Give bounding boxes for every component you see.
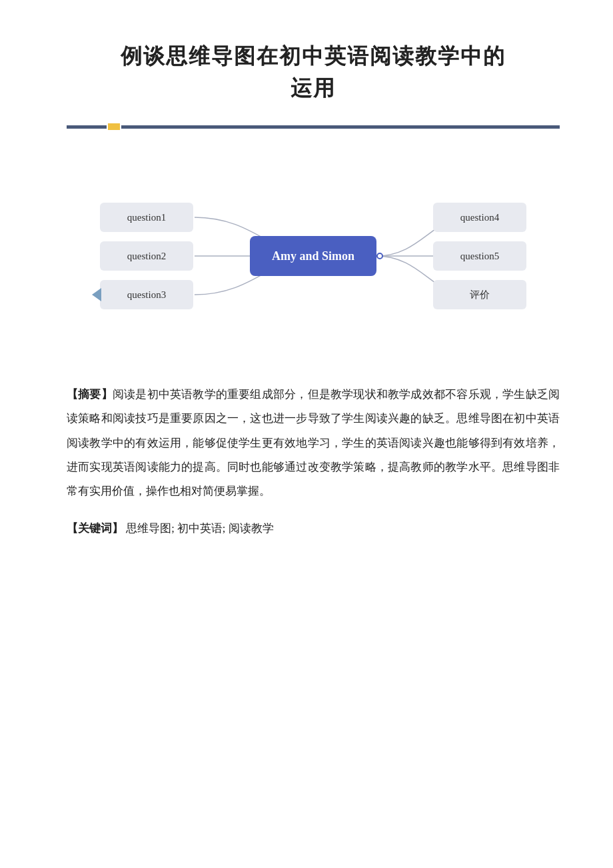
keywords-label: 【关键词】 <box>67 522 123 535</box>
abstract-text: 阅读是初中英语教学的重要组成部分，但是教学现状和教学成效都不容乐观，学生缺乏阅读… <box>67 388 560 497</box>
node-question2: question2 <box>100 241 193 271</box>
node-center: Amy and Simon <box>250 236 376 276</box>
abstract-section: 【摘要】阅读是初中英语教学的重要组成部分，但是教学现状和教学成效都不容乐观，学生… <box>67 383 560 503</box>
bar-yellow <box>108 123 120 130</box>
bar-right <box>121 125 560 129</box>
divider-bar <box>67 124 560 129</box>
node-question3: question3 <box>100 280 193 309</box>
title-section: 例谈思维导图在初中英语阅读教学中的 运用 <box>67 40 560 104</box>
keywords-section: 【关键词】 思维导图; 初中英语; 阅读教学 <box>67 517 560 541</box>
left-arrow-icon <box>92 288 103 301</box>
keywords-text: 思维导图; 初中英语; 阅读教学 <box>126 522 273 535</box>
mindmap-container: www.zixin.com.cn question1 question2 que… <box>67 149 560 363</box>
title-line1: 例谈思维导图在初中英语阅读教学中的 <box>67 40 560 72</box>
title-line2: 运用 <box>67 72 560 104</box>
node-question1: question1 <box>100 203 193 232</box>
node-eval: 评价 <box>433 280 526 309</box>
bar-left <box>67 125 107 129</box>
node-question4: question4 <box>433 203 526 232</box>
node-question5: question5 <box>433 241 526 271</box>
center-right-dot <box>376 253 383 259</box>
abstract-label: 【摘要】 <box>67 388 113 401</box>
